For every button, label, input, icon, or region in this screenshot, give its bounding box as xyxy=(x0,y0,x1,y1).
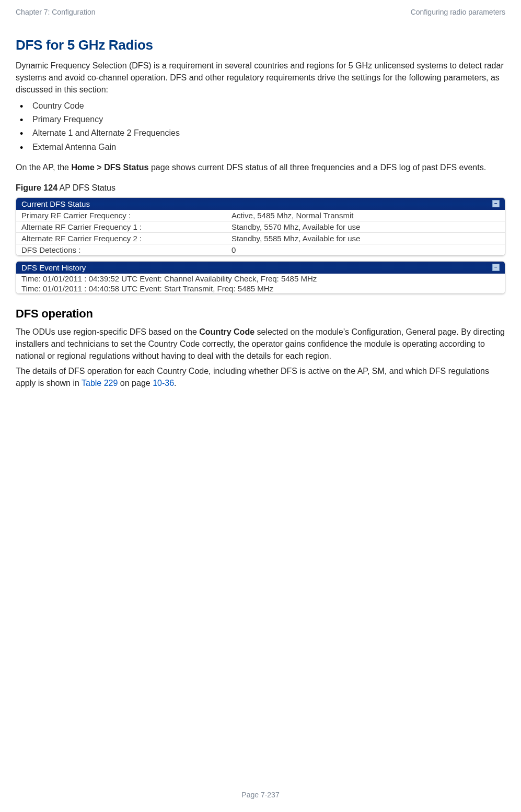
home-dfs-status-bold: Home > DFS Status xyxy=(71,163,148,172)
panel-title: DFS Event History xyxy=(21,263,86,272)
row-value: Standby, 5570 Mhz, Available for use xyxy=(226,221,505,232)
row-label: DFS Detections : xyxy=(16,244,226,255)
page-footer: Page 7-237 xyxy=(0,791,521,799)
text: on page xyxy=(118,379,153,387)
text: . xyxy=(174,379,176,387)
figure-title: AP DFS Status xyxy=(57,183,115,192)
row-label: Primary RF Carrier Frequency : xyxy=(16,210,226,221)
panel-body: Time: 01/01/2011 : 04:39:52 UTC Event: C… xyxy=(16,274,505,293)
text: On the AP, the xyxy=(16,163,71,172)
collapse-icon[interactable]: − xyxy=(492,264,500,271)
dfs-event-history-panel: DFS Event History − Time: 01/01/2011 : 0… xyxy=(16,261,505,294)
row-value: Standby, 5585 Mhz, Available for use xyxy=(226,232,505,244)
table-row: Alternate RF Carrier Frequency 1 : Stand… xyxy=(16,221,505,232)
heading-dfs-operation: DFS operation xyxy=(16,307,505,321)
row-label: Alternate RF Carrier Frequency 2 : xyxy=(16,232,226,244)
row-label: Alternate RF Carrier Frequency 1 : xyxy=(16,221,226,232)
table-row: Alternate RF Carrier Frequency 2 : Stand… xyxy=(16,232,505,244)
intro-paragraph: Dynamic Frequency Selection (DFS) is a r… xyxy=(16,60,505,96)
ap-paragraph: On the AP, the Home > DFS Status page sh… xyxy=(16,161,505,173)
figure-label: Figure 124 AP DFS Status xyxy=(16,182,505,194)
header-right: Configuring radio parameters xyxy=(411,8,505,16)
table-row: Primary RF Carrier Frequency : Active, 5… xyxy=(16,210,505,221)
list-item: Alternate 1 and Alternate 2 Frequencies xyxy=(16,126,505,140)
header-left: Chapter 7: Configuration xyxy=(16,8,96,16)
table-229-link[interactable]: Table 229 xyxy=(82,379,118,387)
dfs-status-table: Primary RF Carrier Frequency : Active, 5… xyxy=(16,210,505,255)
list-item: Primary Frequency xyxy=(16,113,505,126)
row-value: Active, 5485 Mhz, Normal Transmit xyxy=(226,210,505,221)
row-value: 0 xyxy=(226,244,505,255)
page-header: Chapter 7: Configuration Configuring rad… xyxy=(16,8,505,16)
panel-body: Primary RF Carrier Frequency : Active, 5… xyxy=(16,210,505,255)
text: page shows current DFS status of all thr… xyxy=(148,163,486,172)
panel-title: Current DFS Status xyxy=(21,199,90,208)
history-line: Time: 01/01/2011 : 04:40:58 UTC Event: S… xyxy=(16,284,505,293)
heading-dfs-5ghz: DFS for 5 GHz Radios xyxy=(16,37,505,53)
figure-number: Figure 124 xyxy=(16,183,57,192)
country-code-bold: Country Code xyxy=(199,327,254,336)
parameter-list: Country Code Primary Frequency Alternate… xyxy=(16,99,505,155)
history-line: Time: 01/01/2011 : 04:39:52 UTC Event: C… xyxy=(16,274,505,284)
collapse-icon[interactable]: − xyxy=(492,200,500,207)
list-item: Country Code xyxy=(16,99,505,113)
list-item: External Antenna Gain xyxy=(16,140,505,154)
panel-header: DFS Event History − xyxy=(16,262,505,274)
operation-paragraph-1: The ODUs use region-specific DFS based o… xyxy=(16,326,505,362)
page-10-36-link[interactable]: 10-36 xyxy=(153,379,174,387)
operation-paragraph-2: The details of DFS operation for each Co… xyxy=(16,365,505,389)
table-row: DFS Detections : 0 xyxy=(16,244,505,255)
panel-header: Current DFS Status − xyxy=(16,198,505,210)
current-dfs-status-panel: Current DFS Status − Primary RF Carrier … xyxy=(16,197,505,256)
text: The ODUs use region-specific DFS based o… xyxy=(16,327,199,336)
